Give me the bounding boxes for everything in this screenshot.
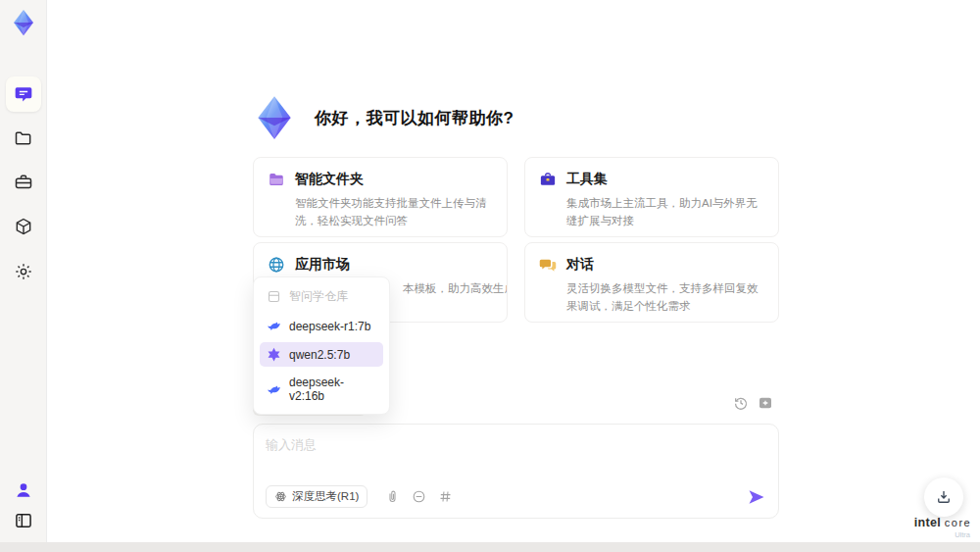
card-desc: 集成市场上主流工具，助力AI与外界无缝扩展与对接 (566, 195, 764, 230)
model-option-label: deepseek-r1:7b (289, 320, 370, 333)
circle-dash-icon (412, 489, 426, 504)
greeting: 你好，我可以如何帮助你? (250, 93, 514, 142)
message-composer: 深度思考(R1) (253, 424, 779, 519)
card-desc: 智能文件夹功能支持批量文件上传与清洗，轻松实现文件问答 (295, 195, 493, 230)
model-option-qwen[interactable]: qwen2.5:7b (260, 342, 383, 367)
mention-button[interactable] (412, 489, 426, 504)
chat-bubble-icon (14, 84, 33, 104)
apps-grid-button[interactable] (438, 489, 453, 504)
cube-icon (14, 217, 33, 236)
user-icon (14, 480, 33, 500)
sidebar-item-models[interactable] (6, 209, 41, 244)
app-logo-icon (9, 8, 38, 37)
app-window: 你好，我可以如何帮助你? 智能文件夹 智能文件夹功能支持批量文件上传与清洗，轻松… (0, 0, 980, 552)
intel-core-badge: intel core Ultra (907, 516, 978, 539)
intel-wordmark: intel (914, 516, 941, 529)
globe-icon (268, 256, 285, 274)
model-option-label: qwen2.5:7b (289, 348, 350, 362)
card-title: 应用市场 (295, 256, 350, 274)
model-option-deepseek-r1[interactable]: deepseek-r1:7b (260, 314, 383, 338)
card-title: 工具集 (566, 171, 608, 188)
sidebar-item-settings[interactable] (6, 254, 41, 289)
card-smart-folder[interactable]: 智能文件夹 智能文件夹功能支持批量文件上传与清洗，轻松实现文件问答 (253, 157, 508, 237)
card-title: 智能文件夹 (295, 171, 364, 188)
card-conversation[interactable]: 对话 灵活切换多模型文件，支持多样回复效果调试，满足个性化需求 (524, 242, 779, 323)
core-wordmark: core (945, 517, 971, 528)
card-title: 对话 (566, 256, 594, 274)
panel-layout-icon (14, 511, 33, 530)
deep-think-toggle[interactable]: 深度思考(R1) (266, 485, 368, 508)
greeting-title: 你好，我可以如何帮助你? (315, 107, 514, 129)
deepseek-icon (267, 382, 281, 397)
model-dropdown-header: 智问学仓库 (260, 283, 383, 310)
briefcase-icon (14, 173, 33, 192)
composer-toolbar: 深度思考(R1) (266, 485, 766, 508)
sidebar-collapse-button[interactable] (6, 503, 41, 538)
history-button[interactable] (733, 395, 749, 411)
deep-think-label: 深度思考(R1) (292, 489, 359, 504)
send-icon (747, 487, 766, 507)
history-icon (733, 395, 749, 411)
folder-purple-icon (268, 171, 285, 188)
gear-icon (14, 262, 33, 281)
sidebar-item-toolbox[interactable] (6, 165, 41, 200)
model-option-deepseek-v2[interactable]: deepseek-v2:16b (260, 371, 383, 408)
toolbox-indigo-icon (539, 171, 557, 188)
square-plus-icon (758, 395, 773, 411)
chat-gold-icon (539, 256, 557, 274)
download-button[interactable] (924, 477, 963, 517)
model-option-label: deepseek-v2:16b (289, 376, 376, 403)
deepseek-icon (267, 319, 281, 333)
intel-tier-label: Ultra (907, 530, 978, 539)
library-icon (267, 289, 281, 304)
card-toolset[interactable]: 工具集 集成市场上主流工具，助力AI与外界无缝扩展与对接 (524, 157, 779, 237)
download-icon (935, 488, 953, 506)
message-input[interactable] (266, 436, 766, 476)
bottom-bar (0, 542, 980, 552)
attach-button[interactable] (385, 489, 400, 504)
card-desc: 灵活切换多模型文件，支持多样回复效果调试，满足个性化需求 (566, 280, 764, 316)
qwen-icon (267, 347, 281, 362)
send-button[interactable] (747, 487, 766, 507)
chat-actions (733, 395, 773, 411)
model-dropdown-header-label: 智问学仓库 (289, 288, 348, 305)
sidebar-item-chat[interactable] (6, 76, 41, 112)
assistant-logo-icon (250, 93, 299, 142)
atom-icon (274, 490, 287, 503)
sidebar-item-folders[interactable] (6, 121, 41, 156)
paperclip-icon (385, 489, 400, 504)
model-dropdown: 智问学仓库 deepseek-r1:7b qwen2.5:7b deepseek… (253, 276, 390, 415)
folder-icon (14, 128, 33, 148)
hash-grid-icon (438, 489, 453, 504)
sidebar (0, 0, 47, 552)
new-window-button[interactable] (758, 395, 773, 411)
